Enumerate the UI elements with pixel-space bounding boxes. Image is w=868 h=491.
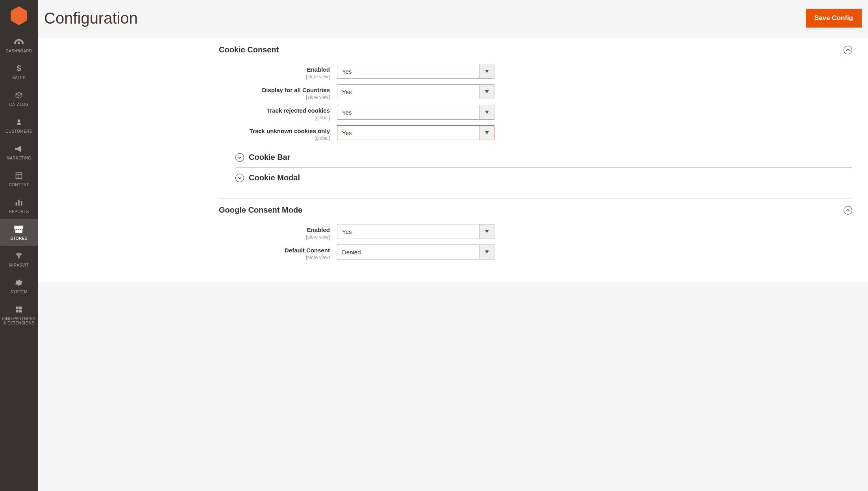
field-label: Track rejected cookies xyxy=(267,107,330,114)
chevron-down-icon xyxy=(235,174,244,182)
select-value: Yes xyxy=(337,64,479,78)
select-track-rejected[interactable]: Yes xyxy=(337,105,494,120)
select-display-all-countries[interactable]: Yes xyxy=(337,84,494,99)
nav-label: STORES xyxy=(10,236,27,241)
person-icon xyxy=(16,117,22,127)
diamond-icon xyxy=(15,251,23,261)
nav-label: FIND PARTNERS & EXTENSIONS xyxy=(2,317,36,325)
magento-logo[interactable] xyxy=(0,0,38,31)
config-content: Cookie Consent Enabled [store view] Yes xyxy=(38,38,868,282)
subsection-cookie-modal[interactable]: Cookie Modal xyxy=(235,168,852,188)
field-default-consent: Default Consent [store view] Denied xyxy=(38,242,868,263)
field-display-all-countries: Display for all Countries [store view] Y… xyxy=(38,82,868,102)
field-scope: [store view] xyxy=(38,74,330,80)
admin-sidebar: DASHBOARD $ SALES CATALOG CUSTOMERS MARK… xyxy=(0,0,38,491)
field-scope: [store view] xyxy=(38,234,330,240)
select-value: Yes xyxy=(337,105,479,119)
field-scope: [global] xyxy=(38,135,330,141)
field-label: Enabled xyxy=(307,66,330,73)
select-default-consent[interactable]: Denied xyxy=(337,245,494,259)
nav-label: CATALOG xyxy=(9,102,28,107)
field-scope: [store view] xyxy=(38,94,330,100)
section-title: Google Consent Mode xyxy=(219,206,302,215)
page-header: Configuration Save Config xyxy=(38,0,868,38)
select-value: Denied xyxy=(337,245,479,259)
field-track-unknown: Track unknown cookies only [global] Yes xyxy=(38,123,868,143)
field-label: Default Consent xyxy=(285,247,330,254)
field-scope: [store view] xyxy=(38,255,330,260)
storefront-icon xyxy=(14,224,24,234)
chevron-down-icon xyxy=(235,153,244,162)
field-scope: [global] xyxy=(38,115,330,120)
main-area: Configuration Save Config Cookie Consent… xyxy=(38,0,868,491)
subsection-title: Cookie Modal xyxy=(249,173,300,182)
subsection-cookie-bar[interactable]: Cookie Bar xyxy=(235,147,852,167)
chevron-up-icon xyxy=(844,206,852,215)
nav-sales[interactable]: $ SALES xyxy=(0,58,38,85)
section-header-cookie-consent[interactable]: Cookie Consent xyxy=(219,38,868,61)
chevron-down-icon xyxy=(479,224,494,239)
select-value: Yes xyxy=(337,126,479,140)
chevron-down-icon xyxy=(479,245,494,259)
dollar-icon: $ xyxy=(17,64,21,73)
nav-label: CUSTOMERS xyxy=(6,129,32,133)
save-config-button[interactable]: Save Config xyxy=(806,9,862,28)
chevron-down-icon xyxy=(479,105,494,119)
magento-logo-icon xyxy=(11,6,27,25)
bars-icon xyxy=(15,198,23,207)
subsection-title: Cookie Bar xyxy=(249,153,291,162)
megaphone-icon xyxy=(15,144,23,154)
nav-label: MARKETING xyxy=(6,156,31,160)
field-label: Track unknown cookies only xyxy=(250,128,330,134)
page-title: Configuration xyxy=(44,9,138,27)
nav-label: MIRASVIT xyxy=(9,263,29,267)
chevron-down-icon xyxy=(479,126,494,140)
nav-dashboard[interactable]: DASHBOARD xyxy=(0,31,38,58)
nav-catalog[interactable]: CATALOG xyxy=(0,85,38,112)
field-label: Enabled xyxy=(307,226,330,233)
layout-icon xyxy=(15,171,23,180)
nav-label: REPORTS xyxy=(9,209,29,214)
cube-icon xyxy=(15,91,23,100)
section-title: Cookie Consent xyxy=(219,45,279,54)
nav-marketing[interactable]: MARKETING xyxy=(0,139,38,165)
nav-content[interactable]: CONTENT xyxy=(0,165,38,192)
select-value: Yes xyxy=(337,85,479,99)
nav-label: SALES xyxy=(12,76,26,80)
blocks-icon xyxy=(15,305,23,314)
nav-system[interactable]: SYSTEM xyxy=(0,272,38,299)
nav-mirasvit[interactable]: MIRASVIT xyxy=(0,246,38,272)
field-label: Display for all Countries xyxy=(262,87,330,93)
select-value: Yes xyxy=(337,224,479,239)
gear-icon xyxy=(15,278,23,287)
nav-find-partners[interactable]: FIND PARTNERS & EXTENSIONS xyxy=(0,299,38,331)
nav-stores[interactable]: STORES xyxy=(0,219,38,246)
chevron-up-icon xyxy=(844,46,852,54)
nav-label: CONTENT xyxy=(9,183,29,187)
nav-reports[interactable]: REPORTS xyxy=(0,192,38,219)
section-header-google-consent[interactable]: Google Consent Mode xyxy=(219,198,868,222)
nav-label: DASHBOARD xyxy=(6,49,32,53)
field-gcm-enabled: Enabled [store view] Yes xyxy=(38,222,868,242)
chevron-down-icon xyxy=(479,64,494,78)
select-enabled[interactable]: Yes xyxy=(337,64,494,79)
field-enabled: Enabled [store view] Yes xyxy=(38,61,868,82)
select-gcm-enabled[interactable]: Yes xyxy=(337,224,494,239)
nav-customers[interactable]: CUSTOMERS xyxy=(0,112,38,139)
chevron-down-icon xyxy=(479,85,494,99)
nav-label: SYSTEM xyxy=(10,290,28,294)
gauge-icon xyxy=(14,37,24,46)
field-track-rejected: Track rejected cookies [global] Yes xyxy=(38,102,868,123)
google-consent-fields: Enabled [store view] Yes Default Consent… xyxy=(38,222,868,263)
select-track-unknown[interactable]: Yes xyxy=(337,125,494,140)
cookie-consent-fields: Enabled [store view] Yes Display for all… xyxy=(38,61,868,143)
